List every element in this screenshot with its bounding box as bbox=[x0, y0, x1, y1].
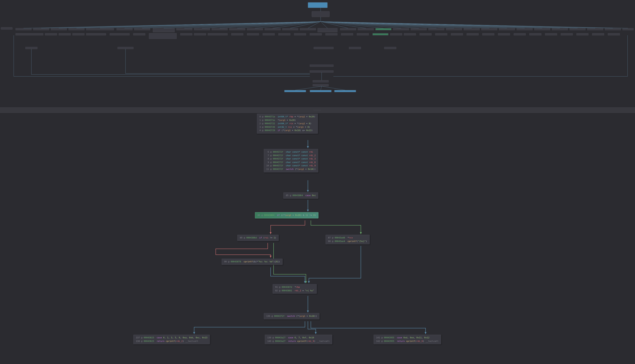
svg-rect-63 bbox=[467, 33, 479, 35]
svg-rect-34 bbox=[587, 28, 603, 30]
svg-marker-85 bbox=[307, 146, 309, 148]
svg-rect-36 bbox=[623, 28, 633, 30]
svg-marker-87 bbox=[307, 210, 309, 212]
svg-rect-59 bbox=[404, 33, 416, 35]
svg-rect-79 bbox=[310, 70, 333, 72]
svg-rect-38 bbox=[45, 33, 57, 35]
svg-rect-9 bbox=[134, 28, 150, 30]
svg-rect-2 bbox=[1, 28, 12, 30]
svg-rect-84 bbox=[334, 90, 356, 92]
svg-rect-13 bbox=[212, 28, 227, 30]
svg-rect-73 bbox=[26, 47, 37, 49]
svg-rect-10 bbox=[153, 28, 175, 32]
svg-marker-97 bbox=[425, 332, 427, 334]
svg-rect-55 bbox=[341, 33, 353, 35]
svg-rect-3 bbox=[16, 28, 31, 30]
svg-rect-56 bbox=[357, 33, 369, 35]
svg-rect-32 bbox=[552, 28, 568, 30]
svg-rect-81 bbox=[313, 84, 329, 86]
basic-block-86-selected[interactable]: 86 @ 00043864 if ((*(arg1 + 0x10) & 1) !… bbox=[255, 212, 319, 218]
svg-rect-37 bbox=[16, 33, 43, 35]
svg-rect-71 bbox=[592, 33, 604, 35]
svg-rect-47 bbox=[208, 33, 227, 35]
basic-block-90[interactable]: 90 @ 00043878 cprintf(&(*"%s: %s: %d")[8… bbox=[222, 258, 282, 265]
svg-rect-15 bbox=[247, 28, 263, 30]
svg-marker-89 bbox=[360, 232, 362, 234]
svg-rect-25 bbox=[429, 28, 444, 30]
svg-rect-54 bbox=[326, 33, 337, 35]
svg-rect-76 bbox=[349, 47, 361, 49]
svg-rect-28 bbox=[481, 28, 497, 30]
svg-rect-16 bbox=[265, 28, 280, 30]
basic-block-1[interactable]: 6 @ 0004372f char const* const rdi 7 @ 0… bbox=[264, 149, 318, 172]
basic-block-141[interactable]: 141 @ 00043955 case 0xd, 0xe, 0x11, 0x12… bbox=[374, 334, 441, 344]
svg-rect-58 bbox=[390, 33, 402, 35]
svg-rect-40 bbox=[73, 33, 84, 35]
svg-rect-80 bbox=[313, 80, 329, 82]
svg-rect-7 bbox=[86, 28, 114, 30]
svg-rect-69 bbox=[561, 33, 573, 35]
splitter-handle-icon: :::::: bbox=[313, 109, 322, 111]
basic-block-137[interactable]: 137 @ 00043823 case 0, 1, 3, 5, 9, 0xa, … bbox=[133, 334, 210, 344]
basic-block-91[interactable]: 91 @ 0004387d *rbp 92 @ 00043881 rdi_2 =… bbox=[273, 284, 317, 294]
svg-rect-33 bbox=[570, 28, 585, 30]
svg-rect-53 bbox=[310, 33, 322, 35]
svg-marker-86 bbox=[307, 190, 309, 192]
basic-block-87[interactable]: 87 @ 00043ad8 *rcx 88 @ 00043ae4 cprintf… bbox=[326, 235, 370, 244]
svg-rect-67 bbox=[529, 33, 541, 35]
svg-rect-66 bbox=[514, 33, 526, 35]
svg-rect-39 bbox=[59, 33, 71, 35]
svg-rect-65 bbox=[498, 33, 510, 35]
svg-rect-51 bbox=[278, 33, 290, 35]
basic-block-85[interactable]: 85 @ 00043864 case 0xc bbox=[283, 192, 318, 199]
basic-block-0[interactable]: 0 @ 0004371a int64_t* rbp = *(arg1 + 0x2… bbox=[257, 114, 318, 134]
svg-rect-26 bbox=[446, 28, 462, 30]
svg-rect-50 bbox=[263, 33, 274, 35]
svg-rect-17 bbox=[282, 28, 298, 30]
svg-rect-45 bbox=[180, 33, 192, 35]
svg-rect-72 bbox=[608, 33, 620, 35]
basic-block-139[interactable]: 139 @ 00043a27 case 6, 7, 0xf, 0x10 140 … bbox=[265, 334, 332, 344]
pane-splitter[interactable]: :::::: bbox=[0, 107, 635, 114]
svg-rect-49 bbox=[247, 33, 259, 35]
svg-rect-82 bbox=[284, 90, 306, 92]
basic-block-136[interactable]: 136 @ 0004372f switch (*(arg1 + 0x18)) bbox=[264, 313, 320, 319]
svg-rect-29 bbox=[499, 28, 515, 30]
svg-rect-60 bbox=[420, 33, 431, 35]
svg-marker-91 bbox=[305, 281, 307, 283]
svg-rect-23 bbox=[393, 28, 409, 30]
svg-rect-62 bbox=[451, 33, 463, 35]
svg-rect-35 bbox=[605, 28, 621, 30]
svg-rect-70 bbox=[576, 33, 588, 35]
basic-block-89[interactable]: 89 @ 0004386d if (rsi != 1) bbox=[237, 235, 279, 241]
svg-rect-1 bbox=[312, 11, 330, 17]
svg-rect-83 bbox=[310, 90, 332, 92]
svg-rect-57 bbox=[373, 33, 388, 35]
svg-rect-44 bbox=[149, 33, 176, 39]
svg-rect-75 bbox=[314, 47, 333, 49]
svg-rect-0 bbox=[308, 2, 328, 8]
svg-rect-11 bbox=[176, 28, 192, 30]
graph-minimap[interactable] bbox=[0, 0, 635, 104]
svg-rect-61 bbox=[435, 33, 447, 35]
svg-rect-68 bbox=[545, 33, 557, 35]
svg-rect-41 bbox=[86, 33, 106, 35]
svg-rect-77 bbox=[384, 47, 396, 49]
svg-rect-4 bbox=[33, 28, 49, 30]
graph-canvas[interactable]: 0 @ 0004371a int64_t* rbp = *(arg1 + 0x2… bbox=[0, 114, 635, 364]
svg-rect-74 bbox=[118, 47, 133, 49]
svg-marker-88 bbox=[270, 232, 272, 234]
svg-rect-18 bbox=[300, 28, 316, 30]
svg-rect-43 bbox=[133, 33, 145, 35]
svg-rect-14 bbox=[229, 28, 245, 30]
svg-rect-52 bbox=[294, 33, 306, 35]
svg-rect-27 bbox=[464, 28, 479, 30]
svg-marker-94 bbox=[307, 310, 309, 312]
svg-marker-90 bbox=[270, 256, 272, 258]
svg-rect-46 bbox=[194, 33, 206, 35]
svg-marker-96 bbox=[315, 332, 317, 334]
svg-rect-12 bbox=[194, 28, 210, 30]
svg-marker-93 bbox=[308, 281, 310, 283]
svg-rect-21 bbox=[358, 28, 374, 30]
svg-rect-78 bbox=[310, 65, 333, 66]
